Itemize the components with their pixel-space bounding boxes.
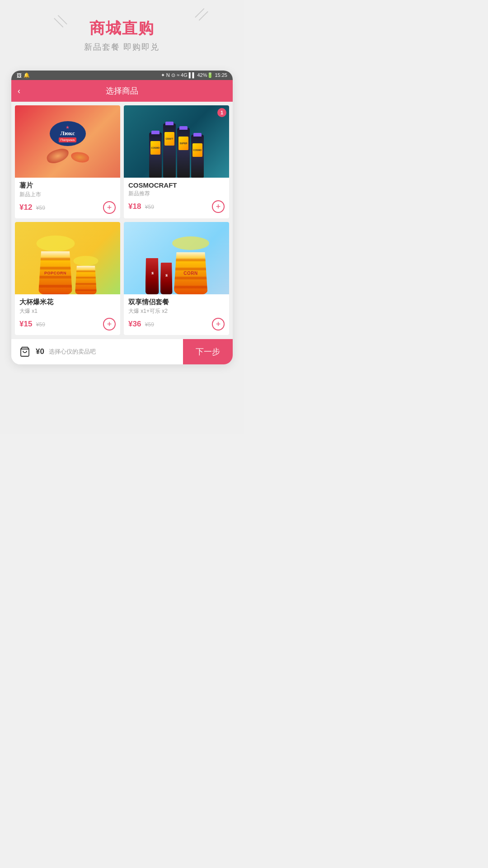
beer-bottle-2: CRAFT (163, 123, 176, 178)
product-desc-chips: 新品上市 (19, 191, 116, 198)
beer-bottle-4: COSMO (191, 135, 204, 178)
product-grid: ★ Люкс Паприка 薯片 新品上市 (11, 102, 233, 339)
add-button-cosmocraft[interactable]: + (212, 200, 225, 213)
next-button[interactable]: 下一步 (183, 339, 233, 364)
product-name-chips: 薯片 (19, 181, 116, 190)
product-name-cosmocraft: COSMOCRAFT (128, 181, 225, 189)
header-section: 商城直购 新品套餐 即购即兑 (0, 0, 244, 61)
price-old-popcorn: ¥59 (36, 321, 45, 328)
image-icon: 🖼 (17, 73, 22, 78)
product-price-row-popcorn: ¥15 ¥59 + (19, 318, 116, 330)
chips-star: ★ (66, 125, 70, 130)
cart-section: ¥0 选择心仪的卖品吧 (11, 339, 183, 364)
price-old-chips: ¥59 (36, 205, 45, 211)
product-info-cosmocraft: COSMOCRAFT 新品推荐 ¥18 ¥59 + (124, 178, 229, 217)
product-info-couple: 双享情侣套餐 大爆 x1+可乐 x2 ¥36 ¥59 + (124, 294, 229, 335)
notification-icon: 🔔 (23, 72, 30, 78)
price-new-couple: ¥36 (128, 320, 141, 328)
product-desc-popcorn: 大爆 x1 (19, 307, 116, 315)
product-card-couple: 可乐 可乐 CORN (124, 222, 229, 335)
status-bar: 🖼 🔔 ✦ N ⊙ ≈ 4G ▌▌ 42%🔋 15:25 (11, 71, 233, 80)
cola-cup-2: 可乐 (160, 263, 173, 294)
chips-brand-text: Люкс (60, 130, 75, 137)
page-wrapper: 商城直购 新品套餐 即购即兑 🖼 🔔 ✦ N ⊙ ≈ 4G ▌▌ 42%🔋 15… (0, 0, 244, 434)
product-image-chips: ★ Люкс Паприка (15, 105, 120, 178)
product-name-popcorn: 大杯爆米花 (19, 298, 116, 307)
status-info: ✦ N ⊙ ≈ 4G ▌▌ 42%🔋 15:25 (161, 72, 227, 78)
beer-badge: 1 (217, 108, 226, 117)
price-new-chips: ¥12 (19, 203, 32, 212)
product-info-chips: 薯片 新品上市 ¥12 ¥59 + (15, 178, 120, 218)
product-price-row-couple: ¥36 ¥59 + (128, 318, 225, 330)
product-card-popcorn: POPCORN (15, 222, 120, 335)
price-old-couple: ¥59 (145, 321, 154, 328)
product-desc-couple: 大爆 x1+可乐 x2 (128, 307, 225, 315)
status-left: 🖼 🔔 (17, 72, 30, 78)
product-card-cosmocraft: 1 COSMO CRAFT SUPER (124, 105, 229, 218)
bottom-bar: ¥0 选择心仪的卖品吧 下一步 (11, 339, 233, 364)
chips-brand-sub: Паприка (59, 137, 77, 142)
cart-total: ¥0 (36, 347, 44, 356)
price-section-popcorn: ¥15 ¥59 (19, 320, 45, 329)
phone-card: 🖼 🔔 ✦ N ⊙ ≈ 4G ▌▌ 42%🔋 15:25 ‹ 选择商品 ★ Лю (11, 71, 233, 364)
price-new-popcorn: ¥15 (19, 320, 32, 328)
beer-bottle-3: SUPER (177, 128, 190, 178)
product-image-couple: 可乐 可乐 CORN (124, 222, 229, 294)
product-desc-cosmocraft: 新品推荐 (128, 190, 225, 198)
back-button[interactable]: ‹ (18, 86, 20, 96)
beer-bottle-1: COSMO (149, 132, 162, 178)
price-new-cosmocraft: ¥18 (128, 202, 141, 211)
app-header: ‹ 选择商品 (11, 80, 233, 102)
product-image-popcorn: POPCORN (15, 222, 120, 294)
cart-icon (19, 345, 31, 358)
product-name-couple: 双享情侣套餐 (128, 298, 225, 307)
price-old-cosmocraft: ¥59 (145, 204, 154, 210)
add-button-popcorn[interactable]: + (103, 318, 116, 330)
header-subtitle: 新品套餐 即购即兑 (84, 42, 160, 52)
product-price-row-chips: ¥12 ¥59 + (19, 201, 116, 214)
price-section-couple: ¥36 ¥59 (128, 320, 154, 329)
product-image-cosmocraft: 1 COSMO CRAFT SUPER (124, 105, 229, 178)
price-section-cosmocraft: ¥18 ¥59 (128, 202, 154, 211)
status-right: ✦ N ⊙ ≈ 4G ▌▌ 42%🔋 15:25 (161, 72, 227, 78)
product-info-popcorn: 大杯爆米花 大爆 x1 ¥15 ¥59 + (15, 294, 120, 335)
product-price-row-cosmocraft: ¥18 ¥59 + (128, 200, 225, 213)
deco-right (195, 14, 208, 15)
add-button-chips[interactable]: + (103, 201, 116, 214)
app-header-title: 选择商品 (106, 85, 138, 96)
header-title: 商城直购 (89, 18, 155, 39)
add-button-couple[interactable]: + (212, 318, 225, 330)
deco-left (54, 20, 67, 22)
product-card-chips: ★ Люкс Паприка 薯片 新品上市 (15, 105, 120, 218)
price-section-chips: ¥12 ¥59 (19, 203, 45, 212)
cola-cup-1: 可乐 (145, 258, 159, 294)
cart-hint: 选择心仪的卖品吧 (49, 348, 96, 356)
chips-brand-logo: ★ Люкс Паприка (50, 121, 86, 146)
